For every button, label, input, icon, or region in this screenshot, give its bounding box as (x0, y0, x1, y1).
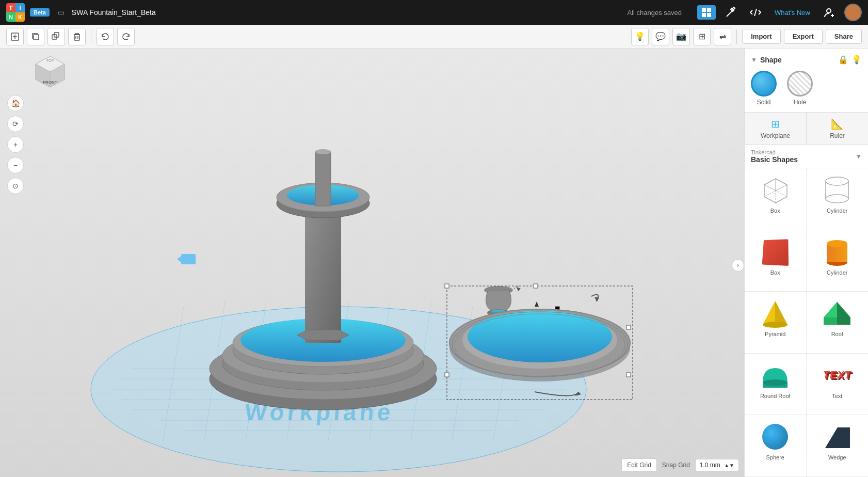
svg-rect-64 (445, 373, 449, 377)
svg-rect-14 (74, 35, 79, 40)
profile-add-button[interactable] (819, 5, 839, 20)
redo-button[interactable] (117, 28, 135, 45)
shapes-grid: Box Cylinder Box (745, 168, 868, 477)
code-button[interactable] (746, 5, 765, 20)
toolbar-separator-1 (91, 29, 91, 44)
workplane-tab-label: Workplane (761, 132, 790, 139)
svg-point-5 (827, 9, 831, 13)
3d-viewport[interactable]: FRONT TOP 🏠 ⟳ + − ⊙ (0, 49, 744, 477)
tinkercad-logo[interactable]: T I N K (6, 3, 25, 22)
duplicate-button[interactable] (47, 28, 65, 45)
flip-icon-btn[interactable]: ⇌ (714, 28, 731, 45)
workplane-tab[interactable]: ⊞ Workplane (745, 113, 807, 145)
shape-box-colored[interactable]: Box (745, 230, 807, 292)
view-cube[interactable]: FRONT TOP (31, 54, 70, 94)
delete-button[interactable] (68, 28, 86, 45)
svg-rect-67 (626, 325, 631, 329)
svg-rect-0 (702, 8, 706, 12)
sphere-blue-shape (762, 424, 788, 450)
shape-cylinder-wireframe[interactable]: Cylinder (807, 168, 869, 230)
svg-rect-63 (445, 284, 449, 288)
panel-expand-arrow[interactable]: › (732, 259, 744, 272)
whats-new-button[interactable]: What's New (770, 7, 814, 19)
shape-pyramid[interactable]: Pyramid (745, 292, 807, 354)
copy-button[interactable] (27, 28, 44, 45)
avatar-image (845, 4, 861, 21)
cylinder-colored-icon (822, 236, 853, 267)
hole-circle (787, 71, 813, 97)
roof-icon (822, 298, 853, 329)
hole-option[interactable]: Hole (787, 71, 813, 106)
file-icon: ▭ (58, 8, 65, 17)
cylinder-wireframe-icon (822, 174, 853, 205)
snap-grid-arrows: ▲▼ (724, 463, 734, 468)
pyramid-icon (760, 298, 791, 329)
viewport-background: FRONT TOP 🏠 ⟳ + − ⊙ (0, 49, 744, 477)
solid-option[interactable]: Solid (751, 71, 777, 106)
svg-point-105 (763, 379, 787, 386)
shape-round-roof[interactable]: Round Roof (745, 354, 807, 416)
round-roof-label: Round Roof (760, 393, 791, 399)
shape-text[interactable]: TEXT Text (807, 354, 869, 416)
share-button[interactable]: Share (826, 29, 862, 44)
svg-rect-1 (707, 8, 711, 12)
wedge-label: Wedge (828, 454, 846, 460)
camera-icon-btn[interactable]: 📷 (672, 28, 690, 45)
pyramid-label: Pyramid (765, 331, 785, 337)
shape-panel-header: ▼ Shape 🔒 💡 (751, 55, 862, 65)
round-roof-icon (760, 360, 791, 391)
solid-circle (751, 71, 777, 97)
svg-rect-3 (707, 13, 711, 17)
edit-toolbar: 💡 💬 📷 ⊞ ⇌ Import Export Share (0, 25, 868, 49)
fit-button[interactable]: ⊙ (7, 178, 24, 194)
logo-k: K (15, 12, 25, 22)
export-button[interactable]: Export (784, 29, 823, 44)
svg-rect-53 (315, 152, 331, 206)
grid-view-button[interactable] (697, 5, 716, 20)
shape-panel-collapse[interactable]: ▼ (751, 56, 757, 63)
tools-button[interactable] (721, 5, 741, 20)
box-colored-label: Box (770, 269, 780, 276)
snap-grid-value[interactable]: 1.0 mm ▲▼ (695, 459, 739, 471)
beta-badge: Beta (30, 8, 50, 17)
logo-i: I (15, 3, 25, 12)
shape-wedge[interactable]: Wedge (807, 415, 869, 477)
svg-point-100 (763, 322, 787, 328)
sphere-label: Sphere (766, 454, 784, 460)
solid-label: Solid (757, 99, 771, 106)
bottom-controls: Edit Grid Snap Grid 1.0 mm ▲▼ (621, 458, 739, 472)
light-icon-btn[interactable]: 💡 (631, 28, 649, 45)
roof-label: Roof (831, 331, 843, 337)
svg-marker-108 (825, 427, 850, 448)
zoom-in-button[interactable]: + (7, 136, 24, 153)
shape-sphere[interactable]: Sphere (745, 415, 807, 477)
lightbulb-icon-button[interactable]: 💡 (851, 55, 862, 65)
toolbar-separator-2 (736, 29, 737, 44)
import-button[interactable]: Import (742, 29, 780, 44)
user-avatar[interactable] (844, 4, 862, 21)
ruler-tab[interactable]: 📐 Ruler (807, 113, 868, 145)
sphere-icon (760, 421, 791, 452)
svg-rect-49 (305, 206, 341, 343)
shape-box-wireframe[interactable]: Box (745, 168, 807, 230)
svg-point-92 (826, 195, 848, 203)
lock-icon-button[interactable]: 🔒 (838, 55, 848, 65)
orbit-button[interactable]: ⟳ (7, 116, 24, 132)
shape-cylinder-colored[interactable]: Cylinder (807, 230, 869, 292)
shape-options: Solid Hole (751, 71, 862, 106)
logo-t: T (6, 3, 15, 12)
file-title: SWA Fountain_Start_Beta (72, 8, 156, 17)
comment-icon-btn[interactable]: 💬 (652, 28, 669, 45)
home-view-button[interactable]: 🏠 (7, 95, 24, 112)
workplane-ruler-tabs: ⊞ Workplane 📐 Ruler (745, 113, 868, 145)
ruler-tab-icon: 📐 (831, 118, 844, 130)
zoom-out-button[interactable]: − (7, 157, 24, 173)
edit-grid-button[interactable]: Edit Grid (621, 458, 657, 472)
grid-icon-btn[interactable]: ⊞ (693, 28, 711, 45)
svg-point-76 (468, 311, 612, 362)
undo-button[interactable] (97, 28, 114, 45)
shapes-category-dropdown[interactable]: Tinkercad Basic Shapes ▼ (745, 145, 868, 168)
svg-rect-11 (34, 35, 39, 40)
shape-roof[interactable]: Roof (807, 292, 869, 354)
new-button[interactable] (6, 28, 24, 45)
